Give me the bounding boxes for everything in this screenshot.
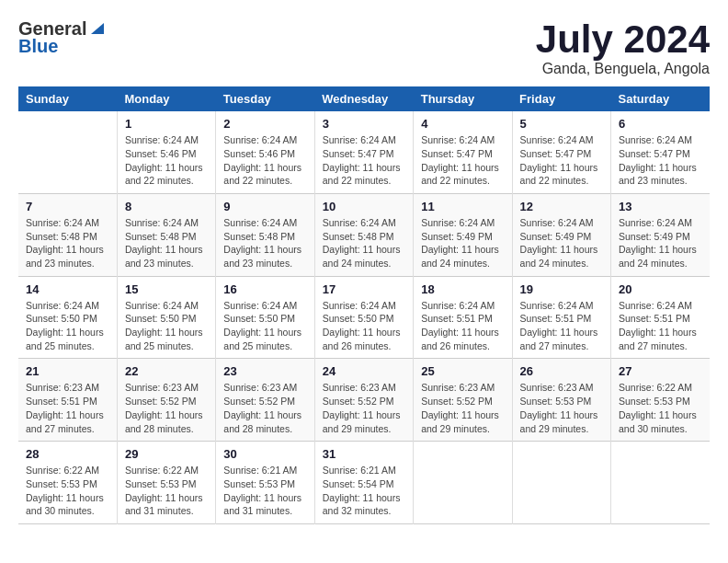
day-number: 19 — [520, 282, 603, 296]
header-saturday: Saturday — [611, 86, 710, 111]
day-number: 11 — [421, 200, 504, 213]
header-sunday: Sunday — [18, 86, 117, 111]
cell-info: Sunrise: 6:24 AMSunset: 5:47 PMDaylight:… — [619, 133, 702, 188]
table-row: 23Sunrise: 6:23 AMSunset: 5:52 PMDayligh… — [216, 359, 314, 442]
cell-info: Sunrise: 6:24 AMSunset: 5:46 PMDaylight:… — [125, 133, 208, 188]
day-number: 22 — [125, 364, 208, 378]
cell-info: Sunrise: 6:23 AMSunset: 5:52 PMDaylight:… — [421, 381, 504, 435]
location-subtitle: Ganda, Benguela, Angola — [536, 61, 710, 77]
logo-icon — [87, 17, 108, 38]
table-row: 15Sunrise: 6:24 AMSunset: 5:50 PMDayligh… — [117, 276, 215, 359]
table-row — [414, 442, 512, 524]
header-monday: Monday — [117, 86, 215, 111]
table-row: 7Sunrise: 6:24 AMSunset: 5:48 PMDaylight… — [18, 193, 117, 276]
cell-info: Sunrise: 6:23 AMSunset: 5:51 PMDaylight:… — [26, 381, 109, 435]
table-row: 1Sunrise: 6:24 AMSunset: 5:46 PMDaylight… — [117, 111, 215, 193]
day-number: 20 — [619, 282, 702, 296]
cell-info: Sunrise: 6:24 AMSunset: 5:48 PMDaylight:… — [26, 216, 109, 270]
cell-info: Sunrise: 6:21 AMSunset: 5:54 PMDaylight:… — [323, 464, 405, 518]
cell-info: Sunrise: 6:24 AMSunset: 5:49 PMDaylight:… — [619, 216, 702, 270]
title-area: July 2024 Ganda, Benguela, Angola — [536, 18, 710, 77]
cell-info: Sunrise: 6:21 AMSunset: 5:53 PMDaylight:… — [223, 464, 306, 518]
day-number: 26 — [520, 364, 603, 378]
header-tuesday: Tuesday — [216, 86, 314, 111]
table-row: 2Sunrise: 6:24 AMSunset: 5:46 PMDaylight… — [216, 111, 314, 193]
cell-info: Sunrise: 6:24 AMSunset: 5:48 PMDaylight:… — [223, 216, 306, 270]
day-number: 21 — [26, 364, 109, 378]
day-number: 23 — [223, 364, 306, 378]
calendar-header-row: Sunday Monday Tuesday Wednesday Thursday… — [18, 86, 710, 111]
day-number: 5 — [520, 117, 603, 131]
month-title: July 2024 — [536, 18, 710, 61]
day-number: 10 — [323, 200, 405, 213]
day-number: 31 — [323, 447, 405, 461]
header-wednesday: Wednesday — [314, 86, 413, 111]
cell-info: Sunrise: 6:24 AMSunset: 5:48 PMDaylight:… — [125, 216, 208, 270]
table-row: 9Sunrise: 6:24 AMSunset: 5:48 PMDaylight… — [216, 193, 314, 276]
table-row: 18Sunrise: 6:24 AMSunset: 5:51 PMDayligh… — [414, 276, 512, 359]
cell-info: Sunrise: 6:23 AMSunset: 5:52 PMDaylight:… — [125, 381, 208, 435]
table-row: 5Sunrise: 6:24 AMSunset: 5:47 PMDaylight… — [512, 111, 610, 193]
cell-info: Sunrise: 6:24 AMSunset: 5:50 PMDaylight:… — [323, 299, 405, 353]
table-row: 31Sunrise: 6:21 AMSunset: 5:54 PMDayligh… — [314, 442, 413, 524]
day-number: 13 — [619, 200, 702, 213]
cell-info: Sunrise: 6:24 AMSunset: 5:51 PMDaylight:… — [619, 299, 702, 353]
cell-info: Sunrise: 6:23 AMSunset: 5:53 PMDaylight:… — [520, 381, 603, 435]
cell-info: Sunrise: 6:24 AMSunset: 5:49 PMDaylight:… — [520, 216, 603, 270]
day-number: 3 — [323, 117, 405, 131]
cell-info: Sunrise: 6:24 AMSunset: 5:48 PMDaylight:… — [323, 216, 405, 270]
table-row: 16Sunrise: 6:24 AMSunset: 5:50 PMDayligh… — [216, 276, 314, 359]
svg-marker-0 — [91, 23, 104, 34]
table-row: 21Sunrise: 6:23 AMSunset: 5:51 PMDayligh… — [18, 359, 117, 442]
day-number: 18 — [421, 282, 504, 296]
cell-info: Sunrise: 6:23 AMSunset: 5:52 PMDaylight:… — [323, 381, 405, 435]
cell-info: Sunrise: 6:22 AMSunset: 5:53 PMDaylight:… — [26, 464, 109, 518]
table-row: 14Sunrise: 6:24 AMSunset: 5:50 PMDayligh… — [18, 276, 117, 359]
table-row — [512, 442, 610, 524]
table-row — [18, 111, 117, 193]
table-row: 22Sunrise: 6:23 AMSunset: 5:52 PMDayligh… — [117, 359, 215, 442]
day-number: 28 — [26, 447, 109, 461]
header-friday: Friday — [512, 86, 610, 111]
logo-blue: Blue — [18, 36, 58, 57]
header-thursday: Thursday — [414, 86, 512, 111]
calendar-week-row: 14Sunrise: 6:24 AMSunset: 5:50 PMDayligh… — [18, 276, 710, 359]
day-number: 8 — [125, 200, 208, 213]
cell-info: Sunrise: 6:24 AMSunset: 5:51 PMDaylight:… — [520, 299, 603, 353]
day-number: 29 — [125, 447, 208, 461]
cell-info: Sunrise: 6:23 AMSunset: 5:52 PMDaylight:… — [223, 381, 306, 435]
table-row: 12Sunrise: 6:24 AMSunset: 5:49 PMDayligh… — [512, 193, 610, 276]
day-number: 2 — [223, 117, 306, 131]
day-number: 16 — [223, 282, 306, 296]
table-row: 26Sunrise: 6:23 AMSunset: 5:53 PMDayligh… — [512, 359, 610, 442]
calendar-week-row: 1Sunrise: 6:24 AMSunset: 5:46 PMDaylight… — [18, 111, 710, 193]
table-row: 4Sunrise: 6:24 AMSunset: 5:47 PMDaylight… — [414, 111, 512, 193]
page-header: General Blue July 2024 Ganda, Benguela, … — [18, 18, 710, 77]
calendar-week-row: 21Sunrise: 6:23 AMSunset: 5:51 PMDayligh… — [18, 359, 710, 442]
table-row: 29Sunrise: 6:22 AMSunset: 5:53 PMDayligh… — [117, 442, 215, 524]
day-number: 15 — [125, 282, 208, 296]
table-row: 30Sunrise: 6:21 AMSunset: 5:53 PMDayligh… — [216, 442, 314, 524]
table-row: 8Sunrise: 6:24 AMSunset: 5:48 PMDaylight… — [117, 193, 215, 276]
table-row: 25Sunrise: 6:23 AMSunset: 5:52 PMDayligh… — [414, 359, 512, 442]
day-number: 24 — [323, 364, 405, 378]
cell-info: Sunrise: 6:24 AMSunset: 5:47 PMDaylight:… — [421, 133, 504, 188]
day-number: 4 — [421, 117, 504, 131]
cell-info: Sunrise: 6:24 AMSunset: 5:46 PMDaylight:… — [223, 133, 306, 188]
table-row: 24Sunrise: 6:23 AMSunset: 5:52 PMDayligh… — [314, 359, 413, 442]
day-number: 17 — [323, 282, 405, 296]
table-row: 10Sunrise: 6:24 AMSunset: 5:48 PMDayligh… — [314, 193, 413, 276]
table-row: 6Sunrise: 6:24 AMSunset: 5:47 PMDaylight… — [611, 111, 710, 193]
day-number: 12 — [520, 200, 603, 213]
day-number: 1 — [125, 117, 208, 131]
cell-info: Sunrise: 6:24 AMSunset: 5:49 PMDaylight:… — [421, 216, 504, 270]
table-row — [611, 442, 710, 524]
table-row: 13Sunrise: 6:24 AMSunset: 5:49 PMDayligh… — [611, 193, 710, 276]
cell-info: Sunrise: 6:24 AMSunset: 5:47 PMDaylight:… — [323, 133, 405, 188]
cell-info: Sunrise: 6:24 AMSunset: 5:50 PMDaylight:… — [26, 299, 109, 353]
table-row: 20Sunrise: 6:24 AMSunset: 5:51 PMDayligh… — [611, 276, 710, 359]
table-row: 27Sunrise: 6:22 AMSunset: 5:53 PMDayligh… — [611, 359, 710, 442]
table-row: 11Sunrise: 6:24 AMSunset: 5:49 PMDayligh… — [414, 193, 512, 276]
cell-info: Sunrise: 6:24 AMSunset: 5:50 PMDaylight:… — [125, 299, 208, 353]
table-row: 3Sunrise: 6:24 AMSunset: 5:47 PMDaylight… — [314, 111, 413, 193]
